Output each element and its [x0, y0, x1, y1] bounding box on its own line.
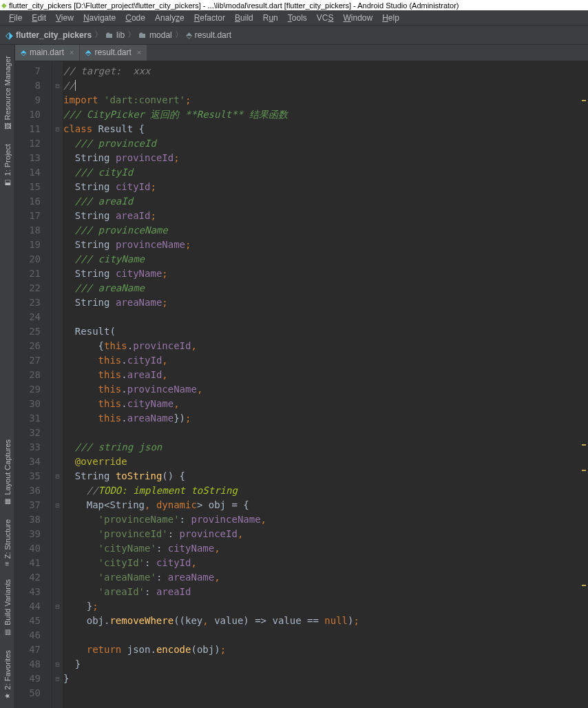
- window-titlebar: ◆ flutter_city_pickers [D:\Flutter_proje…: [0, 0, 588, 10]
- tool-structure[interactable]: ≡Z: Structure: [3, 514, 12, 571]
- app-icon: ◆: [1, 1, 7, 9]
- menu-tools[interactable]: Tools: [283, 13, 312, 23]
- vertical-scrollbar[interactable]: [580, 61, 588, 708]
- menu-help[interactable]: Help: [377, 13, 404, 23]
- dart-file-icon: ⬘: [85, 48, 91, 57]
- chevron-right-icon: 〉: [127, 29, 136, 41]
- editor-tabs: ⬘ main.dart × ⬘ result.dart ×: [15, 45, 588, 61]
- menu-view[interactable]: View: [51, 13, 78, 23]
- menu-run[interactable]: Run: [258, 13, 283, 23]
- menu-code[interactable]: Code: [120, 13, 150, 23]
- tool-project[interactable]: ◧1: Project: [3, 138, 12, 191]
- fold-gutter[interactable]: ⊟ ⊟ ⊟ ⊟ ⊟ ⊟ ⊟: [52, 61, 63, 708]
- menu-file[interactable]: File: [4, 13, 27, 23]
- left-tool-strip: 🖼Resource Manager ◧1: Project ▦Layout Ca…: [0, 45, 15, 708]
- tool-build-variants[interactable]: ▤Build Variants: [3, 574, 12, 641]
- breadcrumb-project[interactable]: ⬗ flutter_city_pickers: [6, 30, 92, 41]
- menu-analyze[interactable]: Analyze: [150, 13, 189, 23]
- dart-file-icon: ⬘: [186, 30, 192, 40]
- breadcrumb-folder-lib[interactable]: 🖿 lib: [105, 30, 125, 40]
- menu-build[interactable]: Build: [230, 13, 258, 23]
- close-icon[interactable]: ×: [70, 48, 74, 56]
- line-number-gutter[interactable]: 7 8 9 10 11 12 13 14 15 16 17 18 19 20 2…: [15, 61, 52, 708]
- breadcrumb-file[interactable]: ⬘ result.dart: [186, 30, 231, 40]
- chevron-right-icon: 〉: [175, 29, 183, 41]
- tool-resource-manager[interactable]: 🖼Resource Manager: [3, 50, 12, 136]
- menu-bar: File Edit View Navigate Code Analyze Ref…: [0, 10, 588, 25]
- chevron-right-icon: 〉: [94, 29, 103, 41]
- flutter-icon: ⬗: [6, 30, 13, 41]
- tab-main-dart[interactable]: ⬘ main.dart ×: [15, 45, 79, 61]
- dart-file-icon: ⬘: [21, 48, 26, 57]
- menu-edit[interactable]: Edit: [27, 13, 51, 23]
- menu-navigate[interactable]: Navigate: [78, 13, 120, 23]
- menu-vcs[interactable]: VCS: [312, 13, 339, 23]
- tool-layout-captures[interactable]: ▦Layout Captures: [3, 434, 12, 511]
- menu-window[interactable]: Window: [338, 13, 377, 23]
- folder-icon: 🖿: [105, 30, 114, 40]
- close-icon[interactable]: ×: [137, 48, 141, 56]
- tool-favorites[interactable]: ★2: Favorites: [3, 645, 12, 705]
- window-title: flutter_city_pickers [D:\Flutter_project…: [9, 1, 459, 10]
- tab-result-dart[interactable]: ⬘ result.dart ×: [80, 45, 147, 61]
- menu-refactor[interactable]: Refactor: [189, 13, 230, 23]
- breadcrumb: ⬗ flutter_city_pickers 〉 🖿 lib 〉 🖿 modal…: [0, 25, 588, 45]
- folder-icon: 🖿: [138, 30, 147, 40]
- code-editor[interactable]: // target: xxx // import 'dart:convert';…: [63, 61, 580, 708]
- breadcrumb-folder-modal[interactable]: 🖿 modal: [138, 30, 172, 40]
